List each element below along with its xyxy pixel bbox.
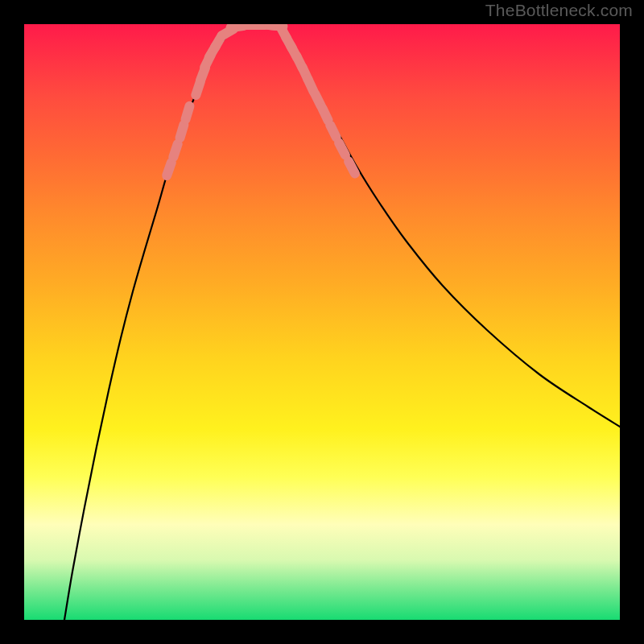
data-marker — [173, 144, 177, 157]
data-marker — [322, 108, 328, 120]
data-marker — [167, 163, 171, 175]
data-marker — [330, 125, 336, 137]
data-marker — [180, 125, 184, 138]
data-marker — [349, 161, 355, 173]
chart-svg — [24, 24, 620, 620]
plot-area — [24, 24, 620, 620]
watermark-text: TheBottleneck.com — [485, 1, 633, 20]
bottleneck-curve — [64, 24, 620, 620]
data-marker — [186, 106, 190, 119]
chart-frame: TheBottleneck.com — [0, 0, 644, 644]
data-marker — [339, 142, 345, 155]
